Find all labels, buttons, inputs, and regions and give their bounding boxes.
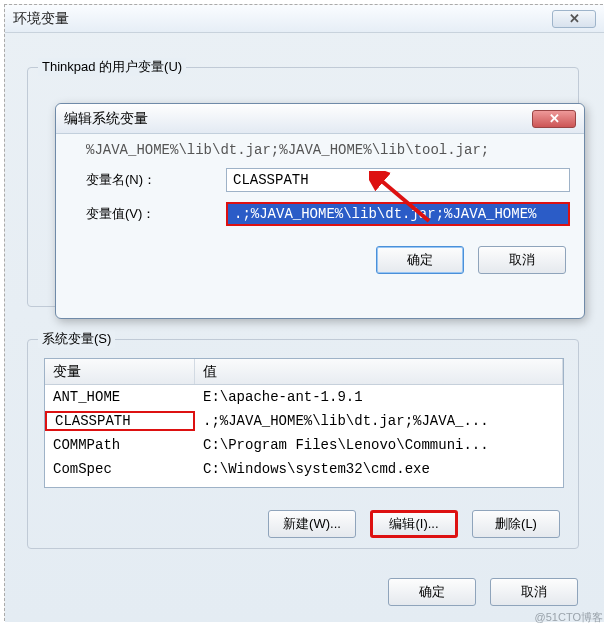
close-icon: ✕ bbox=[569, 11, 580, 26]
dialog-ok-button[interactable]: 确定 bbox=[376, 246, 464, 274]
col-header-val[interactable]: 值 bbox=[195, 359, 563, 384]
cell-var-value: E:\apache-ant-1.9.1 bbox=[195, 389, 563, 405]
dialog-button-row: 确定 取消 bbox=[56, 246, 566, 274]
dialog-close-button[interactable]: ✕ bbox=[532, 110, 576, 128]
env-vars-window: 环境变量 ✕ Thinkpad 的用户变量(U) 编辑系统变量 ✕ %JAVA_… bbox=[5, 5, 604, 622]
cell-var-name: COMMPath bbox=[45, 437, 195, 453]
edit-sys-var-dialog: 编辑系统变量 ✕ %JAVA_HOME%\lib\dt.jar;%JAVA_HO… bbox=[55, 103, 585, 319]
col-header-var[interactable]: 变量 bbox=[45, 359, 195, 384]
close-icon: ✕ bbox=[549, 111, 560, 126]
var-value-input[interactable] bbox=[226, 202, 570, 226]
table-row[interactable]: COMMPath C:\Program Files\Lenovo\Communi… bbox=[45, 433, 563, 457]
sys-vars-legend: 系统变量(S) bbox=[38, 330, 115, 348]
sys-vars-list[interactable]: 变量 值 ANT_HOME E:\apache-ant-1.9.1 CLASSP… bbox=[44, 358, 564, 488]
var-value-row: 变量值(V)： bbox=[86, 202, 570, 226]
table-row[interactable]: CLASSPATH .;%JAVA_HOME%\lib\dt.jar;%JAVA… bbox=[45, 409, 563, 433]
main-titlebar: 环境变量 ✕ bbox=[5, 5, 604, 33]
cell-var-value: C:\Windows\system32\cmd.exe bbox=[195, 461, 563, 477]
table-row[interactable]: ComSpec C:\Windows\system32\cmd.exe bbox=[45, 457, 563, 481]
list-header: 变量 值 bbox=[45, 359, 563, 385]
watermark: @51CTO博客 bbox=[535, 610, 603, 625]
cell-var-value: .;%JAVA_HOME%\lib\dt.jar;%JAVA_... bbox=[195, 413, 563, 429]
sys-vars-button-row: 新建(W)... 编辑(I)... 删除(L) bbox=[28, 510, 578, 538]
dialog-titlebar: 编辑系统变量 ✕ bbox=[56, 104, 584, 134]
var-name-input[interactable] bbox=[226, 168, 570, 192]
var-value-label: 变量值(V)： bbox=[86, 205, 226, 223]
dialog-title: 编辑系统变量 bbox=[64, 110, 148, 128]
var-name-label: 变量名(N)： bbox=[86, 171, 226, 189]
hint-text: %JAVA_HOME%\lib\dt.jar;%JAVA_HOME%\lib\t… bbox=[86, 142, 570, 158]
main-ok-button[interactable]: 确定 bbox=[388, 578, 476, 606]
cell-var-name: CLASSPATH bbox=[45, 411, 195, 431]
table-row[interactable]: ANT_HOME E:\apache-ant-1.9.1 bbox=[45, 385, 563, 409]
cell-var-value: C:\Program Files\Lenovo\Communi... bbox=[195, 437, 563, 453]
cell-var-name: ANT_HOME bbox=[45, 389, 195, 405]
delete-button[interactable]: 删除(L) bbox=[472, 510, 560, 538]
main-title: 环境变量 bbox=[13, 10, 69, 28]
main-close-button[interactable]: ✕ bbox=[552, 10, 596, 28]
edit-button[interactable]: 编辑(I)... bbox=[370, 510, 458, 538]
main-cancel-button[interactable]: 取消 bbox=[490, 578, 578, 606]
sys-vars-group: 系统变量(S) 变量 值 ANT_HOME E:\apache-ant-1.9.… bbox=[27, 339, 579, 549]
user-vars-legend: Thinkpad 的用户变量(U) bbox=[38, 58, 186, 76]
var-name-row: 变量名(N)： bbox=[86, 168, 570, 192]
annotation-border: 环境变量 ✕ Thinkpad 的用户变量(U) 编辑系统变量 ✕ %JAVA_… bbox=[4, 4, 603, 621]
new-button[interactable]: 新建(W)... bbox=[268, 510, 356, 538]
main-button-row: 确定 取消 bbox=[388, 578, 578, 606]
dialog-cancel-button[interactable]: 取消 bbox=[478, 246, 566, 274]
cell-var-name: ComSpec bbox=[45, 461, 195, 477]
